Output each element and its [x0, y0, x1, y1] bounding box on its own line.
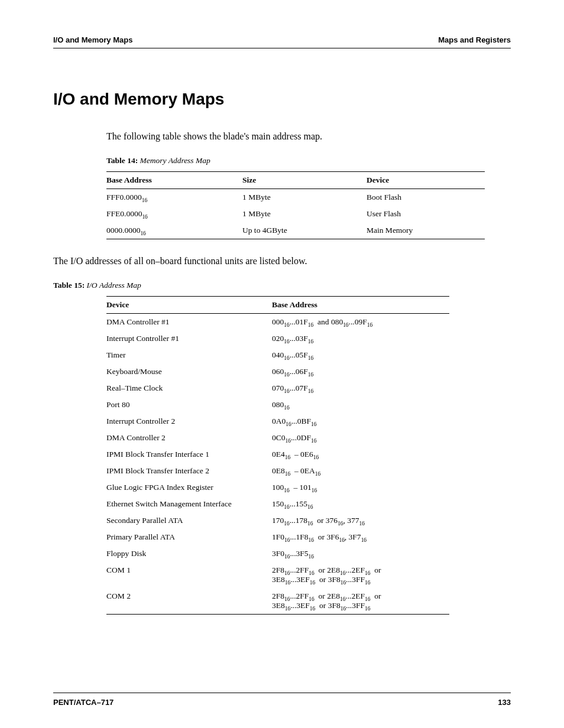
device-cell: Floppy Disk — [106, 545, 272, 562]
footer-right: 133 — [498, 698, 511, 707]
table-row: Keyboard/Mouse06016...06F16 — [106, 363, 449, 380]
base-address-cell: 02016...03F16 — [272, 330, 449, 347]
table-row: 0000.000016Up to 4GByteMain Memory — [106, 222, 485, 239]
device-cell: Timer — [106, 347, 272, 363]
table-row: Real–Time Clock07016...07F16 — [106, 380, 449, 396]
base-address-cell: 0E816 – 0EA16 — [272, 463, 449, 479]
device-cell: Interrupt Controller 2 — [106, 413, 272, 430]
page: I/O and Memory Maps Maps and Registers I… — [0, 0, 564, 728]
table-row: DMA Controller #100016...01F16 and 08016… — [106, 314, 449, 331]
table-row: FFE0.0000161 MByteUser Flash — [106, 206, 485, 222]
table15-h2: Base Address — [272, 297, 449, 314]
table14-caption-label: Table 14: — [106, 156, 138, 165]
base-address-cell: 15016...15516 — [272, 496, 449, 512]
header-right: Maps and Registers — [438, 35, 511, 44]
device-cell: Primary Parallel ATA — [106, 529, 272, 545]
base-address-cell: FFE0.000016 — [106, 206, 242, 222]
table-row: IPMI Block Transfer Interface 10E416 – 0… — [106, 446, 449, 463]
device-cell: IPMI Block Transfer Interface 2 — [106, 463, 272, 479]
device-cell: User Flash — [367, 206, 485, 222]
header-left: I/O and Memory Maps — [53, 35, 132, 44]
base-address-cell: 06016...06F16 — [272, 363, 449, 380]
device-cell: Real–Time Clock — [106, 380, 272, 396]
table14-h2: Size — [242, 172, 367, 189]
device-cell: Glue Logic FPGA Index Register — [106, 479, 272, 496]
device-cell: DMA Controller 2 — [106, 430, 272, 446]
base-address-cell: 04016...05F16 — [272, 347, 449, 363]
size-cell: 1 MByte — [242, 206, 367, 222]
table-row: Primary Parallel ATA1F016...1F816 or 3F6… — [106, 529, 449, 545]
size-cell: 1 MByte — [242, 189, 367, 206]
table-row: Timer04016...05F16 — [106, 347, 449, 363]
table-row: Glue Logic FPGA Index Register10016 – 10… — [106, 479, 449, 496]
device-cell: Secondary Parallel ATA — [106, 512, 272, 529]
table-row: COM 12F816...2FF16 or 2E816...2EF16 or3E… — [106, 562, 449, 588]
table15-caption-label: Table 15: — [53, 281, 85, 290]
base-address-cell: 2F816...2FF16 or 2E816...2EF16 or3E816..… — [272, 588, 449, 615]
table14-caption-title: Memory Address Map — [138, 156, 210, 165]
intro-paragraph-1: The following table shows the blade's ma… — [106, 131, 511, 142]
io-address-table: Device Base Address DMA Controller #1000… — [106, 296, 449, 615]
base-address-cell: 10016 – 10116 — [272, 479, 449, 496]
base-address-cell: 0E416 – 0E616 — [272, 446, 449, 463]
running-header: I/O and Memory Maps Maps and Registers — [53, 35, 511, 48]
device-cell: Keyboard/Mouse — [106, 363, 272, 380]
size-cell: Up to 4GByte — [242, 222, 367, 239]
device-cell: Ethernet Switch Management Interface — [106, 496, 272, 512]
table-row: DMA Controller 20C016...0DF16 — [106, 430, 449, 446]
table-row: COM 22F816...2FF16 or 2E816...2EF16 or3E… — [106, 588, 449, 615]
intro-paragraph-2: The I/O addresses of all on–board functi… — [53, 256, 511, 266]
table15-caption-title: I/O Address Map — [85, 281, 141, 290]
memory-address-table: Base Address Size Device FFF0.0000161 MB… — [106, 171, 485, 239]
base-address-cell: 2F816...2FF16 or 2E816...2EF16 or3E816..… — [272, 562, 449, 588]
table-row: Interrupt Controller #102016...03F16 — [106, 330, 449, 347]
device-cell: Boot Flash — [367, 189, 485, 206]
table-row: Secondary Parallel ATA17016...17816 or 3… — [106, 512, 449, 529]
table-row: Port 8008016 — [106, 396, 449, 413]
base-address-cell: 08016 — [272, 396, 449, 413]
table-row: FFF0.0000161 MByteBoot Flash — [106, 189, 485, 206]
table15-caption: Table 15: I/O Address Map — [53, 281, 511, 290]
body-content: The following table shows the blade's ma… — [106, 131, 511, 615]
device-cell: DMA Controller #1 — [106, 314, 272, 331]
base-address-cell: 0000.000016 — [106, 222, 242, 239]
table14-h3: Device — [367, 172, 485, 189]
footer-left: PENT/ATCA–717 — [53, 698, 114, 707]
base-address-cell: 0A016...0BF16 — [272, 413, 449, 430]
table-row: IPMI Block Transfer Interface 20E816 – 0… — [106, 463, 449, 479]
table-header-row: Base Address Size Device — [106, 172, 485, 189]
device-cell: Main Memory — [367, 222, 485, 239]
base-address-cell: 1F016...1F816 or 3F616, 3F716 — [272, 529, 449, 545]
table14-h1: Base Address — [106, 172, 242, 189]
base-address-cell: 17016...17816 or 37616, 37716 — [272, 512, 449, 529]
device-cell: IPMI Block Transfer Interface 1 — [106, 446, 272, 463]
base-address-cell: 3F016...3F516 — [272, 545, 449, 562]
base-address-cell: 00016...01F16 and 08016...09F16 — [272, 314, 449, 331]
device-cell: Port 80 — [106, 396, 272, 413]
table-row: Ethernet Switch Management Interface1501… — [106, 496, 449, 512]
table-row: Floppy Disk3F016...3F516 — [106, 545, 449, 562]
table-row: Interrupt Controller 20A016...0BF16 — [106, 413, 449, 430]
table-header-row: Device Base Address — [106, 297, 449, 314]
base-address-cell: 07016...07F16 — [272, 380, 449, 396]
table14-caption: Table 14: Memory Address Map — [106, 156, 511, 165]
base-address-cell: FFF0.000016 — [106, 189, 242, 206]
base-address-cell: 0C016...0DF16 — [272, 430, 449, 446]
device-cell: COM 2 — [106, 588, 272, 615]
device-cell: Interrupt Controller #1 — [106, 330, 272, 347]
device-cell: COM 1 — [106, 562, 272, 588]
table15-h1: Device — [106, 297, 272, 314]
running-footer: PENT/ATCA–717 133 — [53, 693, 511, 707]
page-title: I/O and Memory Maps — [53, 90, 511, 109]
